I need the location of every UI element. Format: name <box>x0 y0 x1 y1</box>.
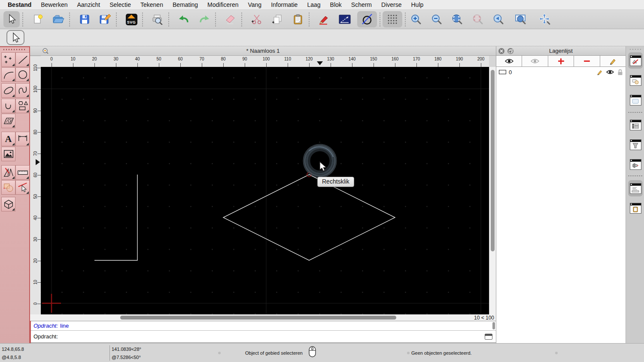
command-input[interactable] <box>58 332 485 341</box>
paste-button[interactable] <box>290 11 306 27</box>
menu-bewerken[interactable]: Bewerken <box>36 1 72 8</box>
layer-edit-pencil-icon[interactable] <box>596 69 603 75</box>
remove-layer-button[interactable] <box>574 56 600 66</box>
document-zoom-icon[interactable] <box>42 48 49 54</box>
vertical-scroll-thumb[interactable] <box>491 70 495 251</box>
line-tool[interactable] <box>15 52 30 67</box>
no-fill-circle-button[interactable] <box>357 11 377 27</box>
add-layer-button[interactable] <box>548 56 574 66</box>
spline-tool[interactable] <box>15 83 30 98</box>
zoom-selection-button[interactable] <box>470 11 486 27</box>
dock-list-panel-button[interactable] <box>628 117 643 133</box>
shapes-tool[interactable] <box>15 99 30 113</box>
grid-toggle-button[interactable] <box>383 11 402 27</box>
dock-drag-handle[interactable] <box>629 48 642 50</box>
select-tool-button[interactable] <box>3 11 20 27</box>
diamond[interactable] <box>223 175 395 260</box>
image-tool[interactable] <box>1 147 15 161</box>
main-toolbar: SVG <box>0 10 644 29</box>
layer-lock-icon[interactable] <box>617 69 623 75</box>
save-button[interactable] <box>76 11 93 27</box>
menu-diverse[interactable]: Diverse <box>377 1 406 8</box>
cut-button[interactable] <box>249 11 265 27</box>
menu-bestand[interactable]: Bestand <box>8 1 36 8</box>
svg-export-button[interactable]: SVG <box>123 11 140 27</box>
show-all-layers-button[interactable] <box>496 56 522 66</box>
zoom-previous-button[interactable] <box>490 11 507 27</box>
l-shape[interactable] <box>94 175 137 260</box>
menu-informatie[interactable]: Informatie <box>266 1 302 8</box>
zoom-window-button[interactable] <box>511 11 531 27</box>
open-button[interactable] <box>50 11 67 27</box>
menu-scherm[interactable]: Scherm <box>346 1 377 8</box>
status-hint: Object of gebied selecteren <box>245 350 303 356</box>
ruler-tool[interactable] <box>15 165 30 180</box>
redo-button[interactable] <box>196 11 213 27</box>
text-tool[interactable]: A <box>1 132 15 146</box>
edit-layer-button[interactable] <box>600 56 626 66</box>
drawing-canvas[interactable]: Rechtsklik <box>41 67 489 314</box>
zoom-out-button[interactable] <box>428 11 445 27</box>
cursor-y-marker <box>36 159 40 165</box>
hatch-tool[interactable] <box>1 114 15 128</box>
filter-panel-icon <box>630 139 641 150</box>
dock-clipboard-panel-button[interactable] <box>628 200 643 216</box>
vruler-label: 90 <box>33 106 38 115</box>
zoom-fit-button[interactable] <box>449 11 465 27</box>
palette-drag-handle[interactable] <box>3 48 27 51</box>
eraser-button[interactable] <box>222 11 239 27</box>
layer-visible-eye-icon[interactable] <box>606 69 614 75</box>
hook-polyline-tool[interactable] <box>1 99 15 113</box>
copy-button[interactable] <box>269 11 286 27</box>
dock-light-panel-button[interactable] <box>628 156 643 172</box>
new-document-button[interactable] <box>30 11 46 27</box>
circle-tool[interactable] <box>15 67 30 82</box>
layer-row[interactable]: 0 <box>496 67 626 77</box>
command-window-icon[interactable] <box>485 334 492 340</box>
ellipse-tool[interactable] <box>1 83 15 98</box>
dock-objects-panel-button[interactable] <box>628 72 643 88</box>
zoom-in-button[interactable] <box>408 11 424 27</box>
undo-button[interactable] <box>176 11 192 27</box>
dimension-tool[interactable] <box>15 132 30 146</box>
points-tool[interactable] <box>1 52 15 67</box>
dock-properties-panel-button[interactable] <box>628 92 643 108</box>
modify-shapes-tool[interactable] <box>1 180 15 195</box>
save-as-button[interactable] <box>97 11 113 27</box>
vertical-scrollbar[interactable] <box>489 67 496 314</box>
menu-vang[interactable]: Vang <box>243 1 266 8</box>
trim-tool[interactable] <box>15 180 30 195</box>
dock-layers-panel-button[interactable] <box>628 52 643 69</box>
plus-icon <box>558 58 564 64</box>
layer-color-swatch[interactable] <box>499 70 506 74</box>
dimension-style-button[interactable] <box>337 11 353 27</box>
vruler-label: 80 <box>33 127 38 137</box>
dock-command-panel-button[interactable] <box>628 180 643 196</box>
vertical-ruler: 1101009080706050403020100 <box>30 56 41 314</box>
hide-all-layers-button[interactable] <box>522 56 548 66</box>
menu-aanzicht[interactable]: Aanzicht <box>73 1 105 8</box>
menu-blok[interactable]: Blok <box>325 1 346 8</box>
zoom-fit-icon <box>451 14 463 25</box>
mouse-icon <box>309 346 316 357</box>
active-tool-select-button[interactable] <box>6 30 24 45</box>
horizontal-scroll-thumb[interactable] <box>120 316 396 320</box>
menu-selectie[interactable]: Selectie <box>105 1 136 8</box>
dimension-style-icon <box>338 14 351 25</box>
menu-hulp[interactable]: Hulp <box>407 1 428 8</box>
box-3d-tool[interactable] <box>1 197 15 211</box>
draw-line-button[interactable] <box>316 11 332 27</box>
dock-filter-panel-button[interactable] <box>628 136 643 153</box>
print-preview-button[interactable] <box>149 11 166 27</box>
horizontal-scrollbar[interactable] <box>30 314 471 321</box>
menu-tekenen[interactable]: Tekenen <box>136 1 168 8</box>
history-scroll-thumb[interactable] <box>492 322 495 329</box>
menu-modificeren[interactable]: Modificeren <box>203 1 243 8</box>
drafting-tools[interactable] <box>1 165 15 180</box>
status-dot <box>407 352 410 354</box>
arc-tool[interactable] <box>1 67 15 82</box>
pan-button[interactable] <box>535 11 555 27</box>
menu-laag[interactable]: Laag <box>302 1 325 8</box>
menu-bemating[interactable]: Bemating <box>168 1 203 8</box>
copy-icon <box>271 14 283 25</box>
